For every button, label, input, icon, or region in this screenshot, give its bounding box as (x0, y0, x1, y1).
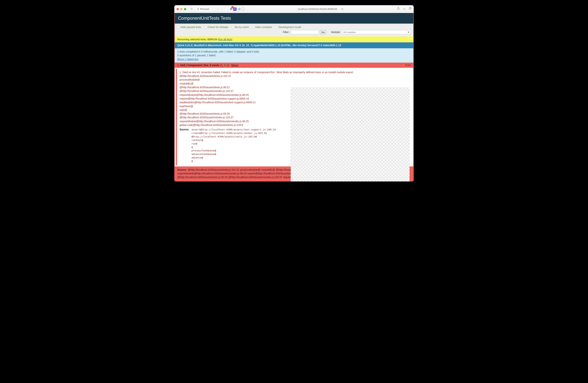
person-icon (197, 8, 199, 10)
check-globals-label: Check for Globals (208, 26, 228, 29)
test-name: Unit | Component | foo: it exists (180, 64, 219, 67)
minimize-window-button[interactable] (180, 8, 183, 10)
tabs-overview-icon[interactable] (409, 7, 411, 11)
test-index: 1. (177, 64, 180, 67)
check-globals-option[interactable]: Check for Globals (204, 26, 228, 29)
qunit-toolbar: Hide passed tests Check for Globals No t… (175, 24, 413, 36)
extension-r-icon[interactable]: R5 (230, 7, 232, 11)
qunit-page: ComponentUnitTests Tests Hide passed tes… (174, 13, 414, 181)
extension-dot-icon[interactable] (238, 8, 241, 11)
hide-passed-checkbox[interactable] (177, 26, 180, 28)
fail-count: 1 (221, 64, 222, 67)
user-agent-bar: QUnit 2.21.0; Mozilla/5.0 (Macintosh; In… (175, 42, 413, 48)
hide-container-checkbox[interactable] (252, 26, 255, 28)
module-select-value: All modules (343, 31, 356, 34)
footer-source-text: @http://localhost:4200/assets/tests.js:1… (177, 168, 298, 179)
no-trycatch-option[interactable]: No try-catch (232, 26, 249, 29)
source-label: Source: (180, 128, 189, 163)
page-title: ComponentUnitTests Tests (178, 16, 231, 20)
close-window-button[interactable] (177, 8, 179, 10)
rerun-failed-link[interactable]: Rerun 1 failed test (177, 58, 198, 61)
check-globals-checkbox[interactable] (204, 26, 207, 28)
test-counts: (1, 0, 1) (220, 64, 230, 67)
source-code: assert@http://localhost:4200/assets/test… (191, 128, 276, 163)
dev-mode-checkbox[interactable] (275, 26, 278, 28)
filter-label: Filter: (283, 31, 289, 34)
qunit-header: ComponentUnitTests Tests (175, 13, 413, 24)
no-trycatch-label: No try-catch (235, 26, 249, 29)
nav-arrows: 〈 〉 (215, 7, 225, 11)
chevron-down-icon: ⌄ (210, 8, 211, 10)
window-controls (177, 8, 186, 10)
share-icon[interactable] (397, 7, 400, 11)
go-button[interactable]: Go (320, 30, 326, 34)
url-text: localhost:4200/tests?testId=8bff4c94 (298, 8, 337, 10)
hide-container-label: Hide container (255, 26, 272, 29)
back-button[interactable]: 〈 (215, 7, 219, 11)
rerun-text: Rerunning selected tests: 8bff4c94 (177, 38, 218, 41)
profile-selector[interactable]: Personal ⌄ (196, 7, 213, 11)
summary-line-2: 0 assertions of 1 passed, 1 failed. (177, 54, 411, 57)
extension-m-icon[interactable]: m (233, 7, 237, 11)
test-container-preview (291, 87, 410, 181)
summary-line-1: 1 tests completed in 9 milliseconds, wit… (177, 50, 411, 54)
filter-input[interactable] (291, 30, 319, 34)
module-select[interactable]: All modules ▼ (342, 30, 411, 34)
test-summary: 1 tests completed in 9 milliseconds, wit… (175, 48, 413, 62)
extension-page-icon[interactable] (242, 8, 244, 11)
test-rerun-link[interactable]: Rerun (231, 64, 238, 67)
dev-mode-option[interactable]: Development mode (275, 26, 301, 29)
test-header[interactable]: 1. Unit | Component | foo: it exists (1,… (175, 62, 413, 68)
new-tab-icon[interactable]: ＋ (403, 7, 406, 11)
hide-container-option[interactable]: Hide container (252, 26, 272, 29)
rerun-banner: Rerunning selected tests: 8bff4c94 Run a… (175, 36, 413, 42)
address-bar[interactable]: localhost:4200/tests?testId=8bff4c94 ↻ (250, 8, 391, 11)
svg-point-2 (198, 8, 198, 9)
reload-icon[interactable]: ↻ (341, 8, 343, 11)
run-all-link[interactable]: Run all tests (218, 38, 232, 41)
sidebar-toggle-button[interactable] (189, 7, 194, 11)
test-body: 1. Died on test #1: Assertion Failed: Fa… (176, 69, 412, 165)
svg-rect-3 (409, 8, 411, 9)
total-count: 1 (227, 64, 228, 67)
forward-button[interactable]: 〉 (220, 7, 225, 11)
maximize-window-button[interactable] (184, 8, 186, 10)
hide-passed-option[interactable]: Hide passed tests (177, 26, 201, 29)
svg-rect-0 (191, 8, 192, 10)
dev-mode-label: Development mode (279, 26, 301, 29)
module-label: Module: (331, 31, 340, 34)
dropdown-triangle-icon: ▼ (407, 31, 409, 33)
browser-chrome: Personal ⌄ 〈 〉 R5 m localhost:4200/tests… (174, 5, 414, 13)
browser-window: Personal ⌄ 〈 〉 R5 m localhost:4200/tests… (174, 5, 414, 181)
no-trycatch-checkbox[interactable] (232, 26, 234, 28)
footer-source-label: Source: (177, 168, 187, 171)
hide-passed-label: Hide passed tests (180, 26, 201, 29)
test-title: 1. Unit | Component | foo: it exists (1,… (177, 64, 238, 67)
toolbar-right: ＋ (397, 7, 411, 11)
profile-label: Personal (200, 8, 209, 10)
extension-icons: R5 m (230, 7, 244, 11)
test-runtime: 8 ms (405, 64, 411, 66)
